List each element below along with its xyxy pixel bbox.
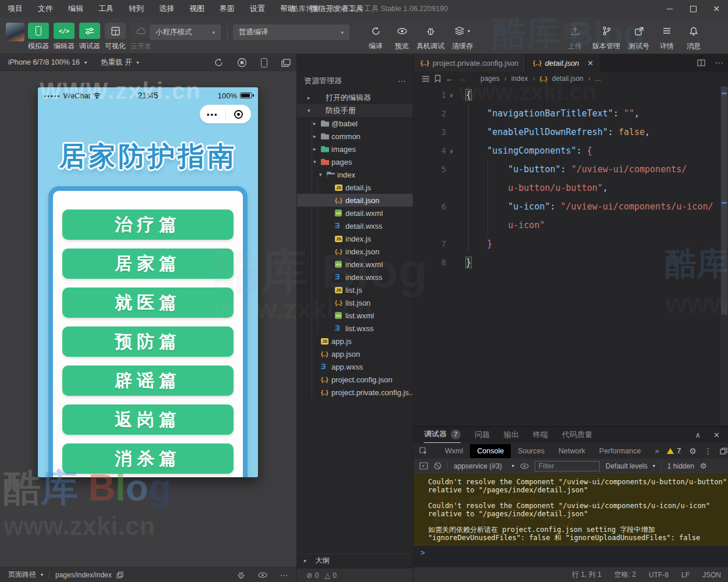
close-tab-icon[interactable]: ✕ — [587, 59, 593, 68]
menu-item[interactable]: 转到 — [121, 0, 151, 17]
tree-row[interactable]: Ǝ detail.wxss — [297, 219, 413, 232]
menu-item[interactable]: 设置 — [242, 0, 273, 17]
category-button[interactable]: 辟谣篇 — [62, 365, 234, 396]
tree-row[interactable]: ▸ 打开的编辑器 — [297, 91, 413, 104]
visualization-toggle[interactable]: 可视化 — [103, 23, 128, 51]
debugger-toggle[interactable]: 调试器 — [77, 23, 103, 51]
tree-row[interactable]: <> list.wxml — [297, 309, 413, 322]
mode-select[interactable]: 小程序模式 — [150, 24, 221, 40]
breadcrumb-item[interactable]: ... — [595, 74, 601, 83]
bug-icon[interactable] — [237, 571, 245, 579]
menu-item[interactable]: 项目 — [0, 0, 30, 17]
tree-row[interactable]: ▸ images — [297, 143, 413, 155]
tree-row[interactable]: ▾ index — [297, 168, 413, 181]
inspect-element-icon[interactable] — [414, 447, 433, 455]
log-levels-select[interactable]: Default levels ▾ — [606, 462, 655, 470]
multi-window-icon[interactable] — [281, 59, 291, 67]
split-editor-icon[interactable] — [697, 59, 705, 66]
problems-summary[interactable]: ⊘ 0 △ 0 — [297, 569, 413, 582]
menu-item[interactable]: 编辑 — [61, 0, 91, 17]
tree-row[interactable]: JS list.js — [297, 283, 413, 296]
clear-console-icon[interactable] — [434, 462, 441, 470]
collapse-panel-icon[interactable]: ∧ — [695, 431, 701, 439]
tree-row[interactable]: ▸ common — [297, 130, 413, 143]
console-sidebar-icon[interactable] — [419, 462, 428, 470]
more-actions-icon[interactable]: ⋯ — [715, 58, 723, 68]
record-icon[interactable] — [237, 58, 247, 68]
tree-row[interactable]: <> detail.wxml — [297, 207, 413, 219]
category-button[interactable]: 就医篇 — [62, 288, 234, 318]
editor-scrollbar[interactable] — [720, 86, 728, 426]
clear-cache-button[interactable]: ▾ 清缓存 — [447, 23, 478, 51]
menu-item[interactable]: 文件 — [30, 0, 61, 17]
breadcrumb-item[interactable]: detail.json — [552, 74, 584, 83]
tree-row[interactable]: ▸ @babel — [297, 117, 413, 130]
scrollbar-thumb[interactable] — [721, 87, 727, 315]
settings-gear-icon[interactable]: ⚙ — [689, 446, 697, 456]
compile-select[interactable]: 普通编译 — [233, 24, 349, 40]
fold-icon[interactable]: ∨ — [446, 92, 457, 98]
tree-row[interactable]: JS app.js — [297, 335, 413, 347]
tree-row[interactable]: {..} index.json — [297, 245, 413, 258]
tree-row[interactable]: <> index.wxml — [297, 258, 413, 271]
fold-icon[interactable]: ∨ — [446, 148, 457, 154]
device-select[interactable]: iPhone 6/7/8 100% 16▾ — [0, 58, 87, 66]
devtools-tab[interactable]: Network — [552, 444, 592, 458]
menu-item[interactable]: 工具 — [91, 0, 121, 17]
editor-toggle[interactable]: </> 编辑器 — [51, 23, 77, 51]
editor-tab-active[interactable]: {..} detail.json ✕ — [526, 54, 601, 72]
devtools-tab[interactable]: Wxml — [438, 444, 470, 458]
category-button[interactable]: 消杀篇 — [62, 443, 234, 474]
more-icon[interactable]: ⋯ — [280, 570, 288, 580]
copy-icon[interactable] — [116, 572, 123, 579]
settings-gear-icon[interactable]: ⚙ — [700, 462, 707, 470]
breadcrumb-item[interactable]: index — [511, 74, 528, 83]
tree-row[interactable]: Ǝ list.wxss — [297, 322, 413, 335]
tree-row[interactable]: JS detail.js — [297, 181, 413, 194]
indentation[interactable]: 空格: 2 — [614, 570, 636, 580]
tree-row[interactable]: {..} detail.json — [297, 194, 413, 207]
more-button[interactable]: ••• — [200, 110, 225, 119]
minimize-button[interactable]: ─ — [658, 0, 681, 17]
tree-row[interactable]: JS index.js — [297, 232, 413, 245]
language-mode[interactable]: JSON — [702, 571, 721, 579]
home-button[interactable] — [226, 110, 252, 119]
explorer-menu-icon[interactable]: ⋯ — [398, 76, 406, 86]
breadcrumb-item[interactable]: pages — [480, 74, 500, 83]
devtools-tab[interactable]: Sources — [511, 444, 552, 458]
details-button[interactable]: 详情 — [653, 23, 680, 51]
eye-icon[interactable] — [258, 572, 267, 578]
device-debug-button[interactable]: 真机调试 — [414, 23, 447, 51]
compile-button[interactable]: 编译 — [361, 23, 390, 51]
devtools-tab[interactable]: Console — [470, 444, 511, 458]
version-control-button[interactable]: 版本管理 — [588, 23, 624, 51]
category-button[interactable]: 治疗篇 — [62, 210, 234, 240]
editor-tab[interactable]: {..} project.private.config.json — [414, 54, 526, 72]
tree-row[interactable]: ▾ pages — [297, 155, 413, 168]
user-avatar[interactable] — [6, 23, 24, 41]
menu-item[interactable]: 视图 — [182, 0, 212, 17]
outline-list-icon[interactable] — [422, 76, 430, 82]
more-tabs-icon[interactable]: » — [648, 444, 666, 458]
tab-problems[interactable]: 问题 — [475, 430, 490, 440]
close-button[interactable]: ✕ — [705, 0, 728, 17]
tab-terminal[interactable]: 终端 — [533, 430, 548, 440]
upload-button[interactable]: 上传 — [561, 23, 588, 51]
context-select[interactable]: appservice (#3) ▾ — [454, 462, 514, 470]
tree-row[interactable]: Ǝ index.wxss — [297, 271, 413, 283]
console-prompt[interactable]: > — [414, 545, 728, 567]
tab-output[interactable]: 输出 — [504, 430, 519, 440]
tree-row[interactable]: {..} project.config.json — [297, 373, 413, 386]
forward-icon[interactable]: → — [458, 74, 467, 83]
maximize-button[interactable] — [681, 0, 705, 17]
phone-frame-icon[interactable] — [261, 58, 267, 68]
tab-code-quality[interactable]: 代码质量 — [562, 430, 592, 440]
tab-debugger[interactable]: 调试器 7 — [424, 427, 461, 443]
preview-button[interactable]: 预览 — [390, 23, 414, 51]
category-button[interactable]: 居家篇 — [62, 249, 234, 279]
eol[interactable]: LF — [681, 571, 690, 579]
tree-row[interactable]: {..} app.json — [297, 347, 413, 360]
eye-icon[interactable] — [520, 463, 529, 469]
encoding[interactable]: UTF-8 — [649, 571, 669, 579]
undock-icon[interactable] — [720, 448, 727, 455]
